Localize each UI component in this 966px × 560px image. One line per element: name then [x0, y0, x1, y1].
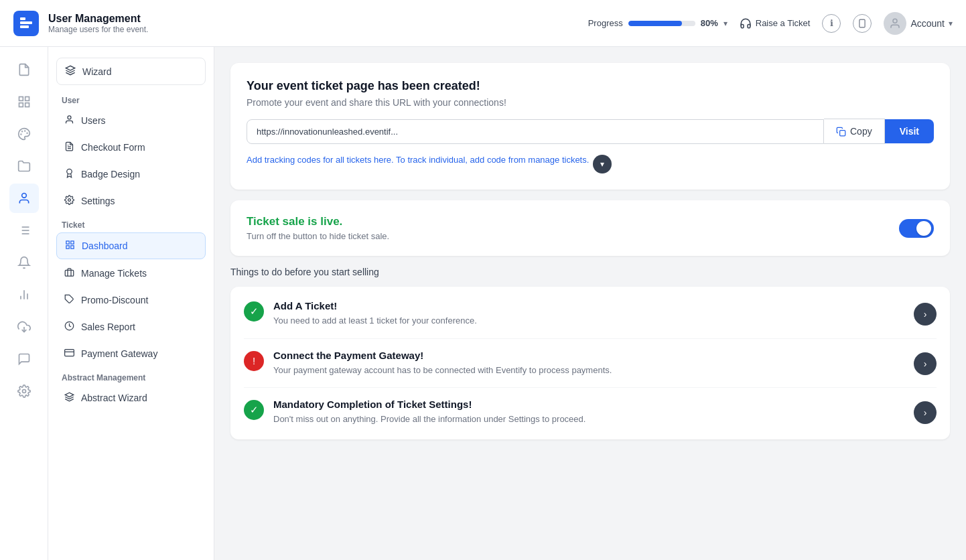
ticket-sale-toggle[interactable]: [899, 219, 934, 238]
sidebar-icon-trophy[interactable]: [9, 312, 39, 342]
nav-item-payment-gateway[interactable]: Payment Gateway: [56, 341, 206, 366]
main-layout: Wizard User Users Checkout Form Badge De…: [0, 47, 966, 560]
nav-item-users[interactable]: Users: [56, 108, 206, 133]
tracking-chevron-button[interactable]: ▾: [593, 155, 612, 173]
svg-rect-0: [20, 17, 25, 20]
nav-item-dashboard[interactable]: Dashboard: [56, 232, 206, 259]
svg-rect-2: [20, 25, 29, 28]
mobile-icon[interactable]: [853, 14, 872, 33]
task-title-add-ticket: Add A Ticket!: [273, 300, 904, 311]
svg-marker-26: [66, 66, 74, 70]
nav-section-abstract: Abstract Management: [56, 368, 206, 385]
event-created-card: Your event ticket page has been created!…: [230, 63, 950, 190]
svg-point-14: [21, 194, 26, 198]
svg-rect-36: [65, 270, 74, 276]
copy-button[interactable]: Copy: [824, 119, 885, 144]
nav-sidebar: Wizard User Users Checkout Form Badge De…: [48, 47, 214, 560]
nav-dashboard-label: Dashboard: [82, 240, 128, 251]
settings-nav-icon: [64, 195, 74, 207]
ticket-live-title: Ticket sale is live.: [247, 215, 389, 228]
svg-point-12: [21, 131, 22, 132]
tasks-card: ✓ Add A Ticket! You need to add at least…: [230, 287, 950, 439]
sidebar-icon-bell[interactable]: [9, 248, 39, 277]
sidebar-icon-user[interactable]: [9, 184, 39, 213]
progress-label: Progress: [588, 18, 623, 28]
nav-item-abstract-wizard[interactable]: Abstract Wizard: [56, 385, 206, 411]
nav-payment-gateway-label: Payment Gateway: [81, 348, 157, 359]
nav-promo-discount-label: Promo-Discount: [81, 295, 148, 305]
sidebar-icon-palette[interactable]: [9, 119, 39, 149]
svg-point-31: [68, 199, 71, 202]
task-title-payment-gateway: Connect the Payment Gateway!: [273, 350, 904, 361]
svg-rect-35: [66, 246, 69, 249]
svg-point-27: [68, 116, 71, 119]
task-desc-ticket-settings: Don't miss out on anything. Provide all …: [273, 413, 904, 426]
tracking-link[interactable]: Add tracking codes for all tickets here.…: [247, 153, 934, 173]
svg-rect-3: [859, 19, 865, 27]
progress-bar-fill: [628, 21, 682, 26]
sidebar-icon-chat[interactable]: [9, 344, 39, 374]
account-label: Account: [910, 18, 945, 29]
svg-rect-8: [25, 103, 29, 107]
content-area: Your event ticket page has been created!…: [214, 47, 966, 560]
tracking-text: Add tracking codes for all tickets here.…: [247, 153, 589, 167]
svg-point-30: [67, 169, 72, 174]
sidebar-icon-list[interactable]: [9, 216, 39, 245]
progress-chevron-icon[interactable]: ▾: [723, 19, 728, 28]
svg-rect-39: [65, 350, 74, 356]
task-desc-payment-gateway: Your payment gateway account has to be c…: [273, 364, 904, 377]
svg-point-25: [22, 390, 25, 393]
page-title: User Management: [48, 13, 148, 25]
sidebar-icon-folder[interactable]: [9, 151, 39, 181]
nav-item-sales-report[interactable]: Sales Report: [56, 314, 206, 340]
toggle-slider: [899, 219, 934, 238]
ticket-live-info: Ticket sale is live. Turn off the button…: [247, 215, 389, 241]
nav-item-manage-tickets[interactable]: Manage Tickets: [56, 261, 206, 286]
nav-item-badge-design[interactable]: Badge Design: [56, 161, 206, 187]
account-section[interactable]: Account ▾: [884, 12, 953, 35]
task-arrow-payment-gateway[interactable]: ›: [914, 352, 937, 375]
nav-users-label: Users: [81, 115, 106, 126]
nav-checkout-form-label: Checkout Form: [81, 142, 145, 153]
nav-badge-design-label: Badge Design: [81, 169, 140, 180]
task-arrow-ticket-settings[interactable]: ›: [914, 401, 937, 424]
task-desc-add-ticket: You need to add at least 1 ticket for yo…: [273, 314, 904, 328]
task-arrow-add-ticket[interactable]: ›: [914, 303, 937, 326]
url-row: Copy Visit: [247, 119, 934, 144]
abstract-wizard-nav-icon: [64, 392, 74, 404]
task-status-error-icon: !: [244, 351, 264, 371]
svg-rect-34: [71, 246, 74, 249]
progress-bar-bg: [628, 21, 695, 26]
sidebar-icon-document[interactable]: [9, 55, 39, 84]
visit-button[interactable]: Visit: [885, 119, 934, 143]
nav-item-settings[interactable]: Settings: [56, 188, 206, 214]
users-nav-icon: [64, 115, 74, 127]
promo-discount-nav-icon: [64, 294, 74, 306]
url-input[interactable]: [247, 119, 824, 144]
sidebar-icon-grid[interactable]: [9, 87, 39, 117]
nav-item-promo-discount[interactable]: Promo-Discount: [56, 287, 206, 313]
icon-sidebar: [0, 47, 48, 560]
task-item-add-ticket: ✓ Add A Ticket! You need to add at least…: [244, 300, 937, 339]
svg-rect-9: [19, 103, 23, 107]
raise-ticket-button[interactable]: Raise a Ticket: [740, 17, 811, 29]
task-content-ticket-settings: Mandatory Completion of Ticket Settings!…: [273, 399, 904, 426]
app-logo: [13, 11, 39, 36]
ticket-live-card: Ticket sale is live. Turn off the button…: [230, 200, 950, 256]
nav-item-wizard[interactable]: Wizard: [56, 58, 206, 85]
wizard-label: Wizard: [82, 66, 112, 77]
task-item-ticket-settings: ✓ Mandatory Completion of Ticket Setting…: [244, 388, 937, 426]
nav-item-checkout-form[interactable]: Checkout Form: [56, 135, 206, 160]
svg-point-10: [24, 131, 25, 131]
task-item-payment-gateway: ! Connect the Payment Gateway! Your paym…: [244, 339, 937, 389]
nav-section-ticket: Ticket: [56, 215, 206, 232]
sidebar-icon-settings[interactable]: [9, 376, 39, 406]
avatar: [884, 12, 906, 35]
task-content-payment-gateway: Connect the Payment Gateway! Your paymen…: [273, 350, 904, 377]
svg-point-11: [27, 133, 27, 133]
svg-rect-6: [19, 97, 23, 101]
sidebar-icon-chart[interactable]: [9, 280, 39, 309]
progress-percent: 80%: [701, 18, 718, 28]
info-icon[interactable]: ℹ: [822, 14, 841, 33]
nav-manage-tickets-label: Manage Tickets: [81, 268, 147, 279]
